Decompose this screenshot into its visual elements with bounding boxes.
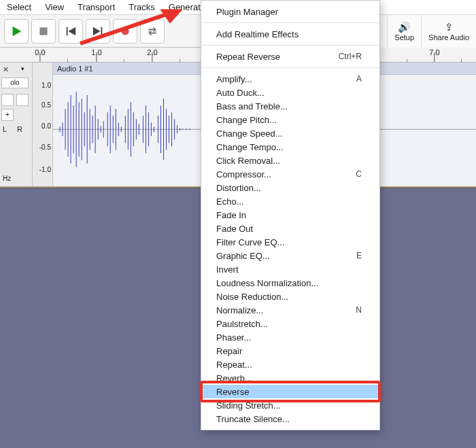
svg-point-6 (121, 27, 129, 35)
menu-item-label: Sliding Stretch... (216, 400, 281, 411)
share-label: Share Audio (428, 33, 469, 41)
effect-menu-item-invert[interactable]: Invert (201, 262, 379, 276)
ruler-tick-label: 7.0 (428, 48, 439, 56)
svg-marker-0 (13, 26, 22, 35)
effect-menu-item-repeat-reverse[interactable]: Repeat ReverseCtrl+R (201, 50, 379, 63)
effect-menu-item-noise-reduction[interactable]: Noise Reduction... (201, 290, 379, 303)
loop-button[interactable] (140, 19, 165, 44)
menu-item-label: Fade In (216, 210, 246, 220)
menu-transport[interactable]: Transport (71, 1, 122, 14)
effect-menu-item-bass-and-treble[interactable]: Bass and Treble... (201, 99, 379, 113)
menu-item-shortcut: E (356, 251, 364, 260)
menu-item-label: Phaser... (216, 332, 251, 343)
menu-item-label: Auto Duck... (216, 88, 265, 98)
effect-menu-item-fade-out[interactable]: Fade Out (201, 222, 379, 235)
track-close-button[interactable]: ✕ (3, 65, 11, 73)
menu-view[interactable]: View (38, 1, 71, 14)
effect-menu-item-echo[interactable]: Echo... (201, 194, 379, 208)
menu-item-label: Reverb... (216, 373, 252, 383)
menu-item-label: Change Tempo... (216, 142, 284, 152)
effect-menu-item-compressor[interactable]: Compressor...C (201, 167, 379, 181)
db-label: -0.5 (39, 143, 51, 150)
play-icon (10, 25, 22, 37)
effect-menu-item-reverse[interactable]: Reverse (201, 385, 379, 398)
menu-item-label: Amplify... (216, 74, 252, 84)
menu-item-label: Compressor... (216, 169, 271, 179)
svg-marker-4 (93, 27, 101, 35)
svg-rect-5 (101, 27, 103, 35)
effect-menu-item-change-tempo[interactable]: Change Tempo... (201, 140, 379, 154)
skip-end-button[interactable] (86, 19, 110, 44)
transport-controls (0, 19, 169, 44)
db-label: -1.0 (39, 165, 51, 173)
ruler-tick-label: 2.0 (146, 48, 157, 56)
share-icon: ⇪ (445, 22, 454, 32)
track-menu-chevron-icon[interactable]: ▾ (21, 65, 29, 72)
menu-item-shortcut: N (356, 305, 364, 315)
menu-item-label: Loudness Normalization... (216, 278, 318, 288)
effect-menu-item-fade-in[interactable]: Fade In (201, 208, 379, 222)
menu-item-label: Normalize... (216, 305, 263, 315)
effect-menu-item-change-speed[interactable]: Change Speed... (201, 126, 379, 140)
skip-end-icon (92, 25, 104, 37)
menu-item-label: Noise Reduction... (216, 292, 288, 302)
play-button[interactable] (4, 19, 29, 44)
svg-rect-1 (39, 27, 47, 35)
menu-tracks[interactable]: Tracks (122, 1, 162, 14)
menu-item-shortcut: A (356, 74, 364, 84)
db-label: 0.0 (41, 122, 51, 129)
skip-start-button[interactable] (58, 19, 83, 44)
share-audio-button[interactable]: ⇪ Share Audio (422, 15, 476, 48)
mute-button[interactable] (1, 94, 14, 106)
effect-menu-item-change-pitch[interactable]: Change Pitch... (201, 113, 379, 126)
db-label: 0.5 (41, 101, 51, 108)
effect-menu-item-plugin-manager[interactable]: Plugin Manager (201, 5, 379, 18)
effect-menu-item-loudness-normalization[interactable]: Loudness Normalization... (201, 276, 379, 290)
menu-item-label: Repair (216, 346, 242, 356)
menu-item-label: Filter Curve EQ... (216, 237, 284, 247)
svg-rect-2 (67, 27, 68, 35)
effect-menu-item-normalize[interactable]: Normalize...N (201, 303, 379, 317)
menu-item-label: Fade Out (216, 224, 253, 234)
menu-item-label: Click Removal... (216, 156, 280, 166)
ruler-tick-label: 0.0 (33, 48, 45, 56)
stop-button[interactable] (31, 19, 56, 44)
menu-item-label: Bass and Treble... (216, 101, 288, 111)
effect-menu-item-auto-duck[interactable]: Auto Duck... (201, 86, 379, 99)
sample-rate-label: Hz (3, 175, 11, 182)
menu-item-label: Invert (216, 264, 239, 275)
audio-setup-button[interactable]: 🔊 Setup (388, 15, 422, 48)
effect-menu-item-click-removal[interactable]: Click Removal... (201, 154, 379, 167)
setup-label: Setup (394, 33, 414, 41)
plus-button[interactable]: + (1, 109, 14, 121)
pan-right-label: R (17, 125, 22, 133)
db-label: 1.0 (41, 81, 51, 88)
effect-menu-item-paulstretch[interactable]: Paulstretch... (201, 317, 379, 330)
amplitude-scale: 1.0 0.5 0.0 -0.5 -1.0 (33, 63, 53, 186)
speaker-icon: 🔊 (398, 22, 411, 32)
effect-menu-item-distortion[interactable]: Distortion... (201, 181, 379, 194)
effect-menu-item-repair[interactable]: Repair (201, 344, 379, 358)
effect-menu-item-reverb[interactable]: Reverb... (201, 371, 379, 385)
effect-menu-item-repeat[interactable]: Repeat... (201, 358, 379, 371)
effect-menu-item-add-realtime-effects[interactable]: Add Realtime Effects (201, 27, 379, 41)
effect-menu-item-amplify[interactable]: Amplify...A (201, 72, 379, 86)
effect-menu-item-truncate-silence[interactable]: Truncate Silence... (201, 412, 379, 426)
menu-item-label: Distortion... (216, 183, 261, 193)
effect-menu-item-phaser[interactable]: Phaser... (201, 330, 379, 344)
effect-menu-item-filter-curve-eq[interactable]: Filter Curve EQ... (201, 235, 379, 249)
menu-item-label: Repeat... (216, 360, 252, 370)
svg-marker-3 (68, 27, 75, 35)
effect-menu-item-graphic-eq[interactable]: Graphic EQ...E (201, 249, 379, 262)
effect-menu-item-sliding-stretch[interactable]: Sliding Stretch... (201, 398, 379, 412)
track-effects-button[interactable] (16, 94, 29, 106)
track-control-panel[interactable]: ✕ ▾ olo + L R Hz (0, 63, 33, 186)
record-button[interactable] (113, 19, 137, 44)
menu-item-label: Reverse (216, 387, 249, 397)
menu-item-label: Plugin Manager (216, 7, 278, 17)
menu-item-shortcut: C (356, 169, 364, 179)
menu-select[interactable]: Select (0, 1, 38, 14)
menu-item-label: Repeat Reverse (216, 52, 280, 62)
solo-button[interactable]: olo (1, 77, 29, 88)
menu-item-label: Change Speed... (216, 128, 283, 139)
